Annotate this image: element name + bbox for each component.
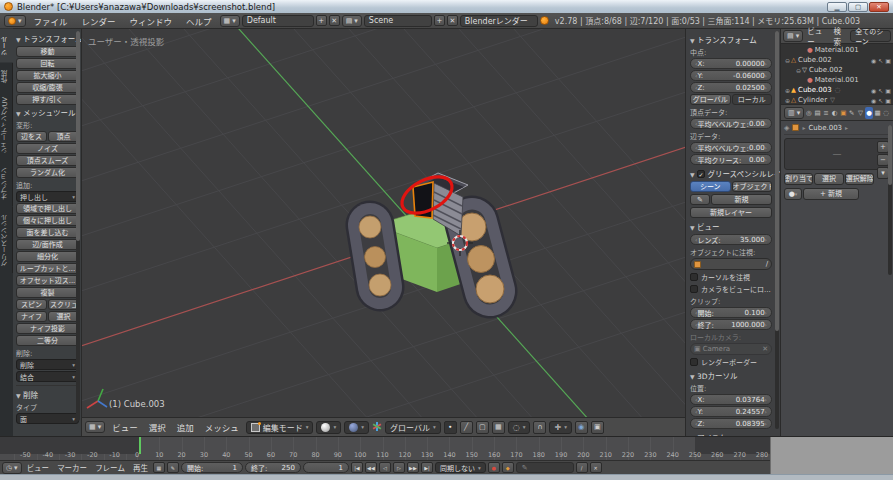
select-arrow-icon[interactable]: ↖ — [878, 97, 883, 104]
cursor-z-field[interactable]: ‹Z:0.08395› — [690, 418, 772, 429]
np-item-header[interactable]: ▼ アイテム — [690, 432, 772, 436]
play-reverse-button[interactable]: ◁ — [379, 462, 391, 473]
mean-bevel-weight-vertex-field[interactable]: ‹平均ベベルウェ:0.00› — [690, 118, 772, 129]
timeline-track[interactable]: -50-40-30-20-100102030405060708090100110… — [0, 437, 770, 460]
render-restrict-icon[interactable]: ▣ — [885, 97, 891, 104]
jump-to-end-button[interactable]: ▶| — [421, 462, 433, 473]
opengl-render-button[interactable]: ◉ — [575, 421, 588, 434]
keying-set-eyedropper-button[interactable]: ∕ — [576, 462, 588, 473]
layout-delete-button[interactable]: ✕ — [329, 15, 340, 26]
editor-type-info[interactable]: ▾ — [4, 15, 26, 27]
lens-field[interactable]: ‹レンズ:35.000› — [690, 234, 772, 245]
tab-tools[interactable]: ツール — [0, 29, 13, 63]
editor-type-timeline[interactable]: ◷▾ — [2, 462, 22, 474]
menu-window[interactable]: ウィンドウ — [124, 15, 179, 27]
render-border-checkbox[interactable] — [690, 358, 698, 366]
scene-delete-button[interactable]: ✕ — [447, 15, 458, 26]
outliner-menu-search[interactable]: 検索 — [830, 25, 849, 47]
outliner-row-mesh[interactable]: ⊖▽Cube.002 — [783, 65, 891, 75]
timeline-menu-playback[interactable]: 再生 — [130, 462, 151, 473]
layout-add-button[interactable]: + — [316, 15, 327, 26]
randomize-button[interactable]: ランダム化 — [16, 167, 79, 178]
tab-shading-uv[interactable]: シェーディング/UV — [0, 90, 13, 161]
render-restrict-icon[interactable]: ▣ — [885, 57, 891, 64]
knife-button[interactable]: ナイフ — [16, 311, 47, 322]
expand-icon[interactable]: ⊖ — [796, 67, 801, 74]
outliner-row-object-active[interactable]: ⊕▲Cube.003◌◉↖▣ — [783, 85, 891, 95]
np-gpencil-header[interactable]: ▼ ✓ グリースペンシルレイ — [690, 168, 772, 179]
select-button[interactable]: 選択 — [814, 173, 843, 185]
mesh-tools-panel-header[interactable]: ▼ メッシュツール — [16, 107, 79, 118]
menu-add[interactable]: 追加 — [173, 421, 198, 433]
face-select-mode-button[interactable]: ▢ — [476, 421, 489, 434]
outliner-row-object[interactable]: ⊖△Cube.002◉↖▣ — [783, 55, 891, 65]
use-preview-range-button[interactable]: ▦ — [153, 462, 165, 473]
frame-start-field[interactable]: 開始:1 — [181, 462, 243, 473]
local-toggle[interactable]: ローカル — [732, 94, 773, 105]
transform-panel-header[interactable]: ▼ トランスフォーム — [16, 33, 79, 44]
cursor-x-field[interactable]: ‹X:0.03764› — [690, 394, 772, 405]
delete-type-dropdown[interactable]: 面▾ — [16, 413, 79, 424]
snap-magnet-button[interactable]: ∩ — [533, 421, 546, 434]
tab-material[interactable]: ● — [865, 107, 873, 119]
duplicate-button[interactable]: 複製 — [16, 287, 79, 298]
bisect-button[interactable]: 二等分 — [16, 335, 79, 346]
median-z-field[interactable]: ‹Z:0.02500› — [690, 82, 772, 93]
title-bar[interactable]: Blender* [C:¥Users¥anazawa¥Downloads¥scr… — [0, 0, 893, 13]
jump-to-start-button[interactable]: |◀ — [351, 462, 363, 473]
edge-slide-button[interactable]: 辺をス — [16, 131, 47, 142]
pivot-dropdown[interactable]: ▾ — [344, 421, 369, 434]
tab-options[interactable]: オプション — [0, 160, 13, 207]
menu-mesh[interactable]: メッシュ — [201, 421, 243, 433]
jump-next-keyframe-button[interactable]: ▶▶ — [407, 462, 419, 473]
screw-button[interactable]: スクリュ — [48, 299, 79, 310]
tab-data[interactable]: ▽ — [857, 107, 865, 119]
jump-prev-keyframe-button[interactable]: ◀◀ — [365, 462, 377, 473]
tab-object[interactable]: ▣ — [839, 107, 847, 119]
lock-range-button[interactable]: ✎ — [167, 462, 179, 473]
edge-select-mode-button[interactable]: ╱ — [460, 421, 473, 434]
tab-create[interactable]: 作成 — [0, 63, 13, 90]
timeline-menu-view[interactable]: ビュー — [24, 462, 53, 473]
global-toggle[interactable]: グローバル — [690, 94, 731, 105]
menu-file[interactable]: ファイル — [28, 15, 74, 27]
scene-add-button[interactable]: + — [434, 15, 445, 26]
editor-type-outliner[interactable]: ▤▾ — [783, 30, 803, 42]
keying-set-type-dropdown[interactable]: ◆ — [502, 462, 514, 473]
smooth-vertex-button[interactable]: 頂点スムーズ — [16, 155, 79, 166]
npanel-scrollbar[interactable] — [775, 31, 779, 429]
tab-render[interactable]: ◎ — [805, 107, 813, 119]
screen-layout-icon[interactable]: ▦▾ — [220, 15, 240, 27]
timeline-menu-marker[interactable]: マーカー — [54, 462, 90, 473]
np-transform-header[interactable]: ▼ トランスフォーム — [690, 34, 772, 45]
extrude-region-button[interactable]: 領域で押し出し — [16, 203, 79, 214]
np-3dcursor-header[interactable]: ▼ 3Dカーソル — [690, 370, 772, 381]
pin-icon[interactable]: ◈ — [784, 124, 789, 132]
select-arrow-icon[interactable]: ↖ — [878, 57, 883, 64]
eye-icon[interactable]: ◉ — [871, 87, 876, 94]
knife-select-button[interactable]: 選択 — [48, 311, 79, 322]
frame-end-field[interactable]: 終了:250 — [245, 462, 301, 473]
clip-end-field[interactable]: ‹終了:1000.000› — [690, 319, 772, 330]
minimize-button[interactable]: ▁ — [827, 2, 847, 12]
editor-type-3dview[interactable]: ▦▾ — [85, 421, 105, 433]
lock-object-field[interactable]: ∕ — [690, 258, 772, 270]
menu-view[interactable]: ビュー — [108, 421, 142, 433]
tab-scene[interactable]: ≡ — [822, 107, 830, 119]
gpencil-new-layer-button[interactable]: 新規レイヤー — [690, 207, 772, 218]
tab-grease-pencil[interactable]: グリースペンシル — [0, 207, 13, 273]
tool-shelf-scrollbar[interactable] — [76, 31, 80, 421]
screen-layout-select[interactable]: Default — [242, 15, 314, 27]
eye-icon[interactable]: ◉ — [871, 97, 876, 104]
opengl-render-anim-button[interactable]: ▣ — [591, 421, 604, 434]
orientation-dropdown[interactable]: グローバル▾ — [385, 421, 441, 434]
tab-physics[interactable]: ◌ — [882, 107, 890, 119]
median-y-field[interactable]: ‹Y:-0.06000› — [690, 70, 772, 81]
make-edge-face-button[interactable]: 辺/面作成 — [16, 239, 79, 250]
median-x-field[interactable]: ‹X:0.00000› — [690, 58, 772, 69]
new-material-button[interactable]: + 新規 — [803, 188, 859, 200]
tab-render-layers[interactable]: ▤ — [814, 107, 822, 119]
clear-icon[interactable]: ✕ — [762, 345, 768, 353]
limit-visible-button[interactable]: ▦ — [492, 421, 505, 434]
offset-edge-slide-button[interactable]: オフセット辺ス... — [16, 275, 79, 286]
